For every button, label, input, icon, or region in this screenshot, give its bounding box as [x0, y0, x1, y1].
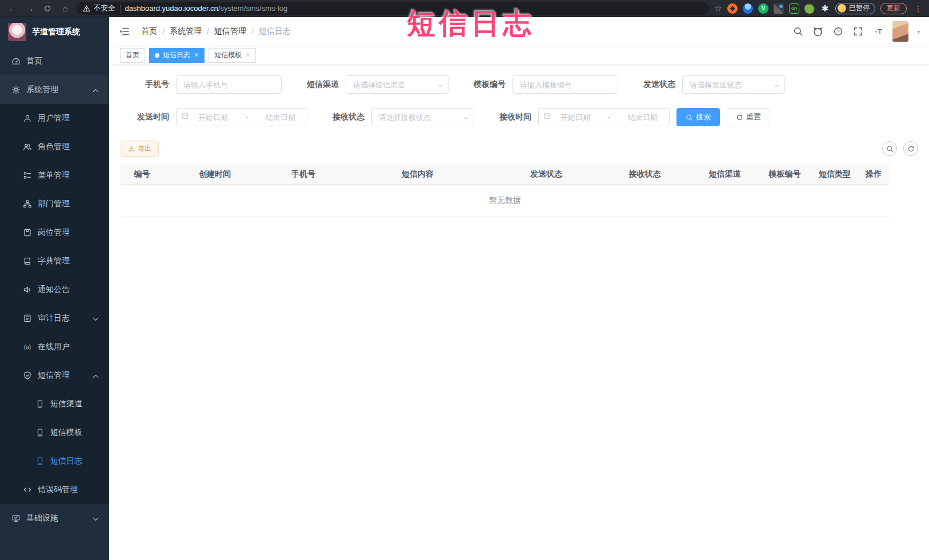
github-icon[interactable] [812, 26, 824, 37]
channel-select[interactable] [346, 75, 449, 94]
profile-paused-chip[interactable]: 已暂停 [835, 3, 875, 14]
browser-address-bar[interactable]: 不安全 dashboard.yudao.iocoder.cn/system/sm… [76, 2, 709, 15]
sidebar-item-error-code[interactable]: 错误码管理 [0, 475, 109, 504]
sidebar-item-dict-management[interactable]: 字典管理 [0, 247, 109, 275]
phone-icon [35, 457, 45, 466]
reset-button[interactable]: 重置 [727, 108, 770, 126]
close-icon[interactable]: ✕ [245, 51, 250, 59]
chevron-up-icon [93, 85, 99, 94]
template-input[interactable] [512, 75, 618, 94]
browser-home-button[interactable]: ⌂ [59, 2, 71, 15]
receive-time-label: 接收时间 [499, 112, 531, 122]
col-phone: 手机号 [266, 169, 341, 179]
code-icon [23, 485, 32, 494]
receive-end-date-input[interactable] [621, 113, 664, 122]
sidebar-item-user-management[interactable]: 用户管理 [0, 104, 109, 133]
table-settings [882, 141, 918, 156]
send-time-range[interactable]: - [176, 108, 307, 126]
filter-send-time: 发送时间 - [121, 108, 307, 126]
filter-phone: 手机号 [121, 75, 282, 94]
receive-status-select[interactable] [371, 108, 474, 126]
extension-icon-5[interactable] [804, 3, 815, 14]
filter-template: 模板编号 [474, 75, 618, 94]
sidebar-collapse-button[interactable] [114, 21, 134, 42]
help-icon[interactable]: ? [832, 26, 844, 37]
fullscreen-icon[interactable] [852, 26, 864, 37]
receive-start-date-input[interactable] [554, 113, 597, 122]
breadcrumb-system[interactable]: 系统管理 [170, 26, 202, 37]
export-button[interactable]: 导出 [121, 141, 159, 157]
refresh-button[interactable] [903, 141, 918, 156]
extension-icon-6[interactable]: ✱ [820, 3, 830, 14]
tab-sms-log[interactable]: 短信日志 ✕ [149, 48, 205, 63]
receive-time-range[interactable]: - [538, 108, 670, 126]
extension-icon-4[interactable] [774, 3, 784, 14]
phone-input[interactable] [176, 75, 282, 94]
security-indicator[interactable]: 不安全 [83, 3, 115, 13]
extension-icon-2[interactable] [743, 3, 753, 14]
navbar-actions: ? TT ▾ [792, 21, 929, 42]
tab-home[interactable]: 首页 [120, 48, 145, 63]
users-icon [23, 142, 32, 151]
document-edit-icon [23, 314, 32, 323]
bookmark-star-icon[interactable]: ☆ [715, 3, 722, 14]
template-label: 模板编号 [474, 79, 506, 90]
table-toolbar: 导出 [121, 141, 918, 157]
browser-menu-icon[interactable]: ⋮ [912, 4, 924, 13]
url-divider [120, 5, 121, 13]
sidebar-item-infrastructure[interactable]: 基础设施 [0, 504, 109, 533]
browser-back-button[interactable]: ← [6, 2, 18, 15]
tags-view: 首页 短信日志 ✕ 短信模板 ✕ [109, 46, 929, 65]
badge-book-icon [23, 228, 32, 237]
sidebar-item-role-management[interactable]: 角色管理 [0, 133, 109, 161]
sidebar-item-menu-management[interactable]: 菜单管理 [0, 161, 109, 190]
sidebar-item-system-management[interactable]: 系统管理 [0, 75, 109, 104]
browser-extensions: ☆ V on ✱ 已暂停 更新 ⋮ [715, 3, 929, 14]
filter-row-2: 发送时间 - 接收状态 接收时间 [121, 108, 918, 126]
phone-icon [35, 399, 45, 409]
breadcrumb-sms[interactable]: 短信管理 [214, 26, 246, 37]
extension-icon-on[interactable]: on [789, 3, 799, 14]
browser-update-button[interactable]: 更新 [880, 3, 907, 14]
sidebar-item-dept-management[interactable]: 部门管理 [0, 190, 109, 218]
col-channel: 短信渠道 [692, 169, 758, 179]
system-submenu: 用户管理 角色管理 菜单管理 部门管理 岗位管理 字典管理 [0, 104, 109, 504]
sidebar-item-notice[interactable]: 通知公告 [0, 275, 109, 304]
col-actions: 操作 [858, 169, 890, 179]
col-id: 编号 [121, 169, 163, 179]
avatar-caret-icon[interactable]: ▾ [917, 29, 920, 35]
page-url[interactable]: dashboard.yudao.iocoder.cn/system/sms/sm… [125, 4, 288, 13]
browser-chrome: ← → ⌂ 不安全 dashboard.yudao.iocoder.cn/sys… [0, 0, 929, 17]
col-content: 短信内容 [341, 169, 495, 179]
font-size-icon[interactable]: TT [872, 26, 884, 37]
app-logo[interactable]: 芋道管理系统 [0, 17, 109, 47]
sidebar-item-audit-log[interactable]: 审计日志 [0, 304, 109, 333]
close-icon[interactable]: ✕ [194, 51, 199, 59]
extension-icon-1[interactable] [727, 3, 738, 14]
megaphone-icon [23, 285, 32, 294]
empty-state: 暂无数据 [121, 185, 890, 217]
sidebar-item-sms-channel[interactable]: 短信渠道 [0, 390, 109, 418]
send-start-date-input[interactable] [191, 113, 235, 122]
table-header-row: 编号 创建时间 手机号 短信内容 发送状态 接收状态 短信渠道 模板编号 短信类… [121, 165, 890, 185]
breadcrumb-home[interactable]: 首页 [141, 26, 157, 37]
send-status-select[interactable] [682, 75, 785, 94]
toggle-search-button[interactable] [882, 141, 897, 156]
sidebar-item-sms-template[interactable]: 短信模板 [0, 418, 109, 447]
sidebar-item-sms-log[interactable]: 短信日志 [0, 447, 109, 475]
extension-icon-3[interactable]: V [758, 3, 768, 14]
send-end-date-input[interactable] [259, 113, 302, 122]
sidebar-item-post-management[interactable]: 岗位管理 [0, 218, 109, 247]
online-user-icon: (a) [23, 342, 32, 351]
browser-reload-button[interactable] [41, 2, 54, 15]
sidebar-item-sms-management[interactable]: 短信管理 [0, 361, 109, 390]
user-avatar[interactable] [892, 21, 908, 42]
browser-forward-button[interactable]: → [23, 2, 36, 15]
search-button[interactable]: 搜索 [676, 108, 720, 126]
sidebar-item-online-users[interactable]: (a) 在线用户 [0, 333, 109, 361]
svg-text:(a): (a) [24, 344, 31, 350]
search-icon[interactable] [792, 26, 804, 37]
tab-sms-template[interactable]: 短信模板 ✕ [209, 48, 256, 63]
monitor-icon [11, 514, 21, 523]
sidebar-item-home[interactable]: 首页 [0, 47, 109, 75]
